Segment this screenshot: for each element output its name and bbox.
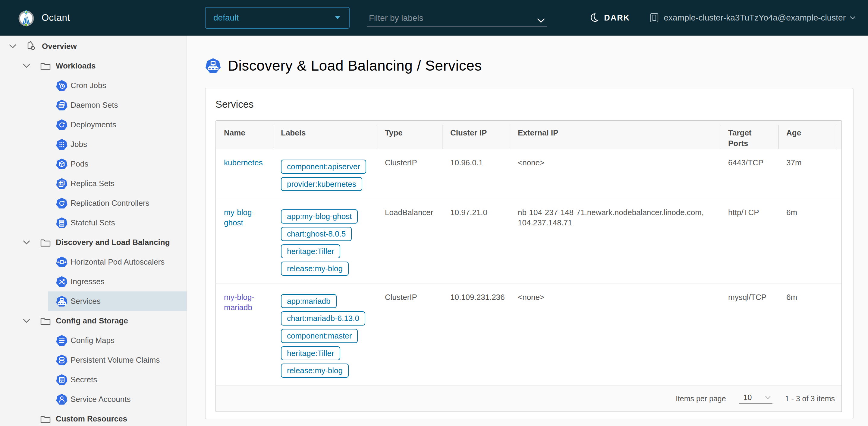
sidebar-item-stateful-sets[interactable]: Stateful Sets: [48, 213, 187, 233]
service-age: 6m: [778, 284, 836, 386]
sidebar-item-label: Deployments: [70, 120, 116, 130]
caret-down-icon: [335, 16, 340, 20]
chevron-down-icon[interactable]: [9, 44, 16, 49]
table-footer: Items per page 10 1 - 3 of 3 items: [216, 386, 841, 411]
folder-icon: [40, 414, 51, 424]
column-header-type: Type: [377, 121, 442, 149]
sidebar-item-label: Pods: [70, 159, 88, 169]
sidebar-item-secrets[interactable]: Secrets: [48, 370, 187, 390]
chevron-down-icon[interactable]: [23, 319, 30, 323]
chevron-down-icon[interactable]: [23, 64, 30, 68]
sidebar-item-replica-sets[interactable]: Replica Sets: [48, 174, 187, 193]
moon-icon: [589, 13, 599, 23]
service-cluster-ip: 10.97.21.0: [442, 199, 510, 283]
label-pill[interactable]: heritage:Tiller: [281, 245, 340, 259]
label-pill[interactable]: heritage:Tiller: [281, 346, 340, 361]
chevron-down-icon: [850, 16, 855, 20]
sidebar-item-services[interactable]: Services: [48, 291, 187, 311]
service-link[interactable]: my-blog-ghost: [224, 208, 254, 227]
column-header-age: Age: [778, 121, 836, 149]
service-target-ports: http/TCP: [720, 199, 778, 283]
label-pill[interactable]: chart:ghost-8.0.5: [281, 227, 352, 241]
pods-icon: [56, 158, 68, 170]
main-content: Discovery & Load Balancing / Services Se…: [187, 36, 868, 426]
sidebar-item-label: Jobs: [70, 140, 87, 149]
label-pill[interactable]: component:master: [281, 329, 358, 343]
sidebar-item-horizontal-pod-autoscalers[interactable]: Horizontal Pod Autoscalers: [48, 252, 187, 272]
sidebar-item-replication-controllers[interactable]: Replication Controllers: [48, 193, 187, 213]
page-size-value: 10: [744, 393, 752, 402]
daemon-sets-icon: [56, 99, 68, 111]
service-target-ports: mysql/TCP: [720, 284, 778, 386]
theme-toggle-label: DARK: [604, 13, 630, 23]
sidebar-item-persistent-volume-claims[interactable]: Persistent Volume Claims: [48, 350, 187, 370]
label-pill[interactable]: provider:kubernetes: [281, 177, 362, 191]
sidebar-item-cron-jobs[interactable]: Cron Jobs: [48, 76, 187, 95]
cluster-selector[interactable]: example-cluster-ka3TuTzYo4a@example-clus…: [650, 13, 868, 23]
service-age: 37m: [778, 149, 836, 199]
sidebar-item-ingresses[interactable]: Ingresses: [48, 272, 187, 291]
sidebar-item-daemon-sets[interactable]: Daemon Sets: [48, 95, 187, 115]
service-type: LoadBalancer: [377, 199, 442, 283]
secrets-icon: [56, 374, 68, 386]
namespace-select[interactable]: default: [205, 7, 350, 29]
sidebar-item-config-maps[interactable]: Config Maps: [48, 331, 187, 350]
sidebar-group-config-and-storage[interactable]: Config and Storage: [0, 311, 187, 331]
services-table: Name Labels Type Cluster IP External IP …: [216, 120, 842, 412]
replication-controllers-icon: [56, 197, 68, 209]
horizontal-pod-autoscalers-icon: [56, 256, 68, 268]
service-target-ports: 6443/TCP: [720, 149, 778, 199]
config-maps-icon: [56, 335, 68, 347]
sidebar-item-service-accounts[interactable]: Service Accounts: [48, 390, 187, 409]
chevron-down-icon: [765, 396, 771, 399]
octant-logo: [18, 9, 35, 27]
label-pill[interactable]: component:apiserver: [281, 160, 366, 174]
sidebar-group-custom-resources[interactable]: Custom Resources: [0, 409, 187, 426]
sidebar-item-label: Secrets: [70, 375, 97, 385]
sidebar-item-deployments[interactable]: Deployments: [48, 115, 187, 135]
deployments-icon: [56, 119, 68, 131]
sidebar-item-label: Replica Sets: [70, 179, 115, 188]
sidebar-item-jobs[interactable]: Jobs: [48, 135, 187, 154]
folder-icon: [40, 316, 51, 326]
service-link[interactable]: my-blog-mariadb: [224, 293, 254, 312]
page-size-select[interactable]: 10: [739, 393, 772, 404]
sidebar-item-label: Services: [70, 296, 101, 306]
service-type: ClusterIP: [377, 149, 442, 199]
service-link[interactable]: kubernetes: [224, 158, 263, 167]
sidebar-group-label: Discovery and Load Balancing: [56, 238, 170, 247]
label-pill[interactable]: app:mariadb: [281, 294, 337, 308]
label-pill[interactable]: app:my-blog-ghost: [281, 209, 358, 224]
jobs-icon: [56, 139, 68, 150]
label-pills: component:apiserver provider:kubernetes: [281, 160, 371, 191]
service-external-ip: <none>: [510, 284, 720, 386]
label-pill[interactable]: release:my-blog: [281, 364, 349, 378]
sidebar-item-label: Replication Controllers: [70, 199, 150, 208]
theme-toggle-button[interactable]: DARK: [589, 13, 630, 23]
sidebar-group-label: Config and Storage: [56, 316, 128, 325]
sidebar-item-label: Config Maps: [70, 336, 115, 345]
stateful-sets-icon: [56, 217, 68, 229]
ingresses-icon: [56, 276, 68, 288]
label-pill[interactable]: release:my-blog: [281, 262, 349, 276]
service-age: 6m: [778, 199, 836, 283]
page-header: Discovery & Load Balancing / Services: [205, 57, 868, 74]
cluster-icon: [650, 13, 659, 23]
namespace-select-value: default: [213, 13, 239, 23]
service-external-ip: nb-104-237-148-71.newark.nodebalancer.li…: [510, 199, 720, 283]
cron-jobs-icon: [56, 80, 68, 92]
sidebar-group-workloads[interactable]: Workloads: [0, 56, 187, 76]
replica-sets-icon: [56, 178, 68, 190]
sidebar-group-discovery-load-balancing[interactable]: Discovery and Load Balancing: [0, 233, 187, 252]
column-header-labels: Labels: [273, 121, 377, 149]
pagination-range: 1 - 3 of 3 items: [785, 394, 835, 403]
sidebar-item-pods[interactable]: Pods: [48, 154, 187, 174]
label-filter-input[interactable]: Filter by labels: [367, 9, 547, 27]
chevron-down-icon[interactable]: [23, 240, 30, 245]
sidebar-item-overview[interactable]: Overview: [0, 36, 187, 56]
label-pill[interactable]: chart:mariadb-6.13.0: [281, 311, 365, 325]
sidebar-group-label: Workloads: [56, 61, 96, 70]
folder-icon: [40, 237, 51, 248]
service-external-ip: <none>: [510, 149, 720, 199]
table-row: kubernetes component:apiserver provider:…: [216, 149, 841, 199]
